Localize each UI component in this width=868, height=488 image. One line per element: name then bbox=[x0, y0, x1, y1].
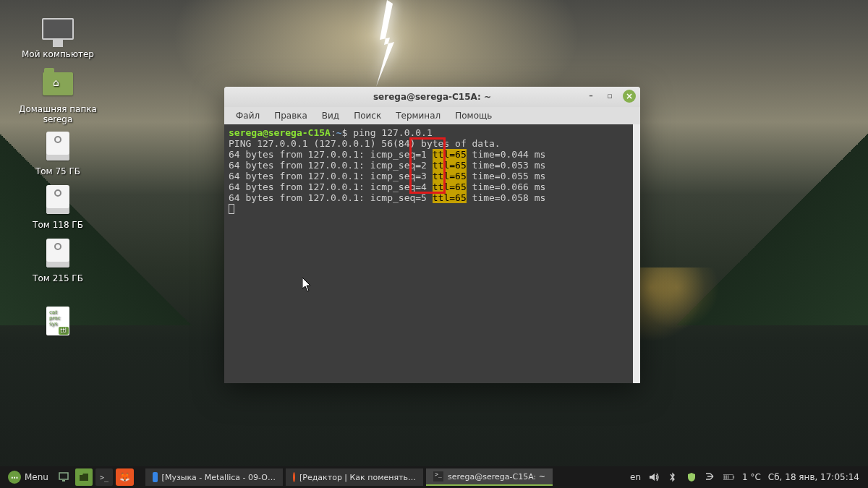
terminal-icon: >_ bbox=[100, 474, 109, 481]
minimize-button[interactable]: – bbox=[585, 90, 597, 101]
monitor-icon bbox=[42, 18, 74, 40]
terminal-icon: >_ bbox=[433, 471, 443, 481]
terminal-output: serega@serega-C15A:~$ ping 127.0.0.1PING… bbox=[229, 127, 636, 214]
terminal-viewport[interactable]: serega@serega-C15A:~$ ping 127.0.0.1PING… bbox=[224, 124, 640, 383]
shield-icon[interactable] bbox=[686, 471, 697, 483]
folder-icon bbox=[79, 472, 89, 482]
svg-rect-3 bbox=[733, 476, 734, 479]
disk-icon bbox=[46, 239, 69, 267]
menu-file[interactable]: Файл bbox=[230, 109, 265, 122]
menu-help[interactable]: Помощь bbox=[449, 109, 498, 122]
taskbar-item-label: [Редактор | Как поменять… bbox=[299, 473, 416, 482]
battery-indicator-icon[interactable] bbox=[723, 471, 735, 483]
icon-label: Домашняя папка serega bbox=[14, 104, 101, 124]
desktop-icon-volume-118[interactable]: Том 118 ГБ bbox=[14, 182, 101, 230]
files-launcher[interactable] bbox=[75, 468, 93, 486]
disk-icon bbox=[46, 185, 69, 214]
close-button[interactable]: × bbox=[623, 90, 636, 103]
desktop-icon bbox=[59, 472, 69, 482]
taskbar-item-label: serega@serega-C15A: ~ bbox=[448, 472, 545, 481]
disk-icon bbox=[46, 132, 69, 160]
music-player-icon bbox=[153, 472, 158, 482]
desktop-icon-ttl-file[interactable]: catprocsys bbox=[14, 304, 101, 341]
terminal-launcher[interactable]: >_ bbox=[95, 468, 113, 486]
taskbar: ⋯ Menu >_ 🦊 [Музыка - Metallica - 09-O… … bbox=[0, 466, 868, 488]
menu-view[interactable]: Вид bbox=[316, 109, 345, 122]
svg-rect-6 bbox=[728, 475, 729, 479]
desktop-icon-volume-215[interactable]: Том 215 ГБ bbox=[14, 236, 101, 283]
folder-icon bbox=[43, 72, 73, 95]
desktop-icon-volume-75[interactable]: Том 75 ГБ bbox=[14, 129, 101, 176]
svg-rect-0 bbox=[59, 473, 68, 479]
icon-label: Том 215 ГБ bbox=[14, 273, 101, 283]
taskbar-item-music[interactable]: [Музыка - Metallica - 09-O… bbox=[145, 468, 283, 486]
svg-rect-5 bbox=[726, 475, 728, 479]
window-title: serega@serega-C15A: ~ bbox=[373, 92, 491, 102]
menu-button[interactable]: ⋯ Menu bbox=[4, 468, 52, 486]
firefox-launcher[interactable]: 🦊 bbox=[116, 468, 134, 486]
svg-rect-4 bbox=[724, 475, 726, 479]
terminal-window[interactable]: serega@serega-C15A: ~ – ▫ × Файл Правка … bbox=[224, 87, 640, 383]
system-tray: en 1 °C Сб, 18 янв, 17:05:14 bbox=[630, 471, 864, 483]
firefox-icon: 🦊 bbox=[119, 472, 130, 482]
desktop-icon-home-folder[interactable]: Домашняя папка serega bbox=[14, 67, 101, 124]
temperature-indicator[interactable]: 1 °C bbox=[742, 472, 761, 482]
show-desktop-button[interactable] bbox=[55, 468, 72, 486]
desktop-icon-my-computer[interactable]: Мой компьютер bbox=[14, 12, 101, 59]
menu-edit[interactable]: Правка bbox=[268, 109, 313, 122]
terminal-scrollbar[interactable] bbox=[633, 124, 640, 383]
volume-icon[interactable] bbox=[648, 471, 660, 483]
svg-rect-1 bbox=[62, 480, 65, 481]
menu-label: Menu bbox=[25, 472, 48, 482]
terminal-menubar: Файл Правка Вид Поиск Терминал Помощь bbox=[224, 107, 640, 124]
menu-terminal[interactable]: Терминал bbox=[390, 109, 446, 122]
icon-label: Том 75 ГБ bbox=[14, 166, 101, 176]
mint-logo-icon: ⋯ bbox=[8, 471, 21, 484]
firefox-icon bbox=[293, 472, 295, 482]
window-titlebar[interactable]: serega@serega-C15A: ~ – ▫ × bbox=[224, 87, 640, 107]
bluetooth-icon[interactable] bbox=[667, 471, 678, 483]
clock[interactable]: Сб, 18 янв, 17:05:14 bbox=[768, 472, 859, 482]
icon-label: Мой компьютер bbox=[14, 49, 101, 59]
network-icon[interactable] bbox=[705, 471, 716, 483]
taskbar-item-terminal[interactable]: >_ serega@serega-C15A: ~ bbox=[426, 468, 553, 486]
text-file-icon: catprocsys bbox=[46, 307, 69, 335]
taskbar-item-label: [Музыка - Metallica - 09-O… bbox=[162, 473, 276, 482]
icon-label: Том 118 ГБ bbox=[14, 220, 101, 230]
maximize-button[interactable]: ▫ bbox=[604, 90, 616, 101]
taskbar-item-browser[interactable]: [Редактор | Как поменять… bbox=[286, 468, 423, 486]
keyboard-layout-indicator[interactable]: en bbox=[630, 472, 641, 482]
menu-search[interactable]: Поиск bbox=[348, 109, 387, 122]
